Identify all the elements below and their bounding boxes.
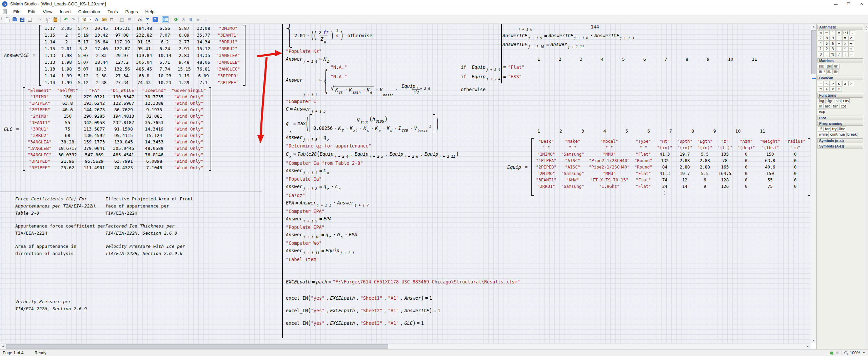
palette-button[interactable]: 4 <box>818 41 824 46</box>
border-button[interactable]: □ <box>108 16 115 23</box>
text-region[interactable]: Effective Projected Area of Front face o… <box>105 195 193 217</box>
equation[interactable]: Ca≔Table28(Equipj + 2 4,Equipj + 2 5,Equ… <box>286 151 503 157</box>
palette-button[interactable]: ≠ <box>848 81 854 86</box>
worksheet-canvas[interactable]: AnswerICE=1.172.055.4720.45145.31194.486… <box>0 24 811 343</box>
horizontal-scrollbar[interactable]: ◄ ► <box>0 343 811 349</box>
palette-button[interactable]: tan <box>832 104 839 109</box>
palette-button[interactable]: ′ <box>830 30 836 35</box>
palette-button[interactable]: ! <box>842 52 848 57</box>
palette-button[interactable]: e <box>848 36 854 41</box>
equation[interactable]: excel_IN("yes",EXCELpath,"Sheet3","A1",G… <box>286 320 618 327</box>
align-horizontal-button[interactable]: ◫ <box>119 16 125 23</box>
palette-button[interactable]: < <box>824 81 830 86</box>
palette-button[interactable]: √ <box>848 46 854 52</box>
menu-file[interactable]: File <box>9 8 24 15</box>
close-button[interactable]: ✕ <box>855 0 868 8</box>
menu-help[interactable]: Help <box>141 8 158 15</box>
reference-book-button[interactable]: ? <box>152 16 158 23</box>
palette-button[interactable]: (⊞) <box>818 64 825 69</box>
zoom-caret-icon[interactable]: ▼ <box>863 351 865 354</box>
comment-string[interactable]: "Ca*qz" <box>286 193 503 198</box>
save-button[interactable] <box>19 16 26 23</box>
page-view-icon[interactable]: ⊞ <box>836 351 839 355</box>
palette-button[interactable]: log <box>818 98 825 103</box>
equation[interactable]: Answerj + 1 9≔EPA <box>286 216 503 221</box>
cut-button[interactable]: ✂ <box>37 16 44 23</box>
equation[interactable]: Answerj + 1 5≔{"N.A."ifEquipj + 2 4="Fla… <box>286 64 503 95</box>
palette-button[interactable]: × <box>842 41 848 46</box>
paste-button[interactable] <box>52 16 59 23</box>
palette-button[interactable]: ÷ <box>848 41 854 46</box>
menu-tools[interactable]: Tools <box>104 8 121 15</box>
zoom-level[interactable]: 100% <box>850 351 860 355</box>
resume-button[interactable]: ▶ <box>195 16 202 23</box>
menu-view[interactable]: View <box>39 8 56 15</box>
background-color-button[interactable] <box>101 16 107 23</box>
menu-pages[interactable]: Pages <box>122 8 142 15</box>
comment-string[interactable]: "Populate Ca" <box>286 176 503 182</box>
palette-button[interactable]: 8 <box>824 36 830 41</box>
comment-string[interactable]: "Computer Wo" <box>286 240 503 246</box>
equation[interactable]: Answerj + 1 6≔qz <box>286 135 503 140</box>
palette-button[interactable]: π <box>842 36 848 41</box>
text-region[interactable]: Force Coefficients (Ca) For Appurtenance… <box>15 195 98 217</box>
palette-button[interactable]: ^ <box>842 46 848 52</box>
new-button[interactable] <box>4 16 11 23</box>
zoom-magnifier-icon[interactable] <box>844 351 847 354</box>
palette-button[interactable]: arg <box>824 104 831 109</box>
palette-button[interactable]: + <box>836 36 842 41</box>
palette-button[interactable]: |⊞| <box>826 64 833 69</box>
palette-button[interactable]: ∨ <box>830 86 836 92</box>
palette-button[interactable]: % <box>830 52 836 57</box>
comment-string[interactable]: "Computer EPA" <box>286 209 503 214</box>
palette-button[interactable]: ⊞· <box>833 69 839 74</box>
palette-section-symbols-[interactable]: Symbols (Α-Ω) <box>817 144 863 149</box>
palette-button[interactable]: − <box>836 41 842 46</box>
palette-button[interactable]: ≔ <box>824 30 830 35</box>
align-vertical-button[interactable]: ⊟ <box>126 16 133 23</box>
equation[interactable]: EPA≔Answerj + 1 1·Answerj + 1 7 <box>286 200 503 205</box>
print-button[interactable] <box>26 16 33 23</box>
scroll-right-arrow[interactable]: ► <box>805 343 811 349</box>
menu-insert[interactable]: Insert <box>56 8 75 15</box>
undo-button[interactable]: ↶ <box>62 16 69 23</box>
palette-button[interactable]: cos <box>842 98 850 103</box>
palette-section-matrices[interactable]: Matrices <box>817 58 863 63</box>
menu-calculation[interactable]: Calculation <box>75 8 104 15</box>
palette-button[interactable]: ± <box>836 30 842 35</box>
equation[interactable]: AnswerICEj + 1 9≔AnswerICEj + 1 8·Answer… <box>502 33 760 38</box>
palette-button[interactable]: cot <box>840 104 847 109</box>
text-region[interactable]: Factored Ice Thickness per TIA/EIA-222H,… <box>105 222 177 237</box>
palette-button[interactable]: ≥ <box>842 81 848 86</box>
equation[interactable]: C≔Answerj + 1 5 <box>286 106 503 112</box>
palette-button[interactable]: break <box>846 132 858 137</box>
font-size-button[interactable]: 10▾ <box>80 16 93 23</box>
vertical-scroll-thumb[interactable] <box>811 30 816 74</box>
copy-button[interactable] <box>44 16 51 23</box>
palette-button[interactable]: ⊕ <box>836 86 842 92</box>
font-color-button[interactable]: A <box>93 16 100 23</box>
pause-button[interactable] <box>188 16 194 23</box>
palette-button[interactable]: ∧ <box>824 86 830 92</box>
comment-string[interactable]: "Computer Ca from Table 2-8" <box>286 160 503 166</box>
palette-button[interactable]: 9 <box>830 36 836 41</box>
strip-up-icon[interactable]: ▲ <box>865 24 868 27</box>
redo-button[interactable]: ↷ <box>70 16 77 23</box>
palette-button[interactable]: exp <box>818 109 826 114</box>
equation[interactable]: Answerj + 1 10≔qz·Gh·EPA <box>286 232 503 237</box>
recalculate-button[interactable]: ⟳ <box>173 16 179 23</box>
palette-button[interactable]: sign <box>825 98 834 103</box>
palette-button[interactable]: ¬ <box>818 86 824 92</box>
palette-button[interactable]: continue <box>829 132 846 137</box>
palette-button[interactable]: 6 <box>830 41 836 46</box>
palette-button[interactable]: ln <box>818 104 824 109</box>
equation[interactable]: EXCELpath≔path="F:\Forge\7614 CH51XC178 … <box>286 279 618 284</box>
strip-down-icon[interactable]: ▼ <box>865 28 868 31</box>
equation[interactable]: ⎨⎪⎩2.01·((zftZg)2α)otherwise <box>286 25 503 46</box>
update-button[interactable]: ↓ <box>202 16 209 23</box>
palette-button[interactable]: 2 <box>824 46 830 52</box>
text-region[interactable]: Velocity Pressure per TIA/EIA-222H, Sect… <box>15 298 87 312</box>
palette-button[interactable]: line <box>838 126 846 132</box>
show-side-panels-button[interactable] <box>162 16 169 23</box>
insert-function-button[interactable]: fx <box>137 16 143 23</box>
